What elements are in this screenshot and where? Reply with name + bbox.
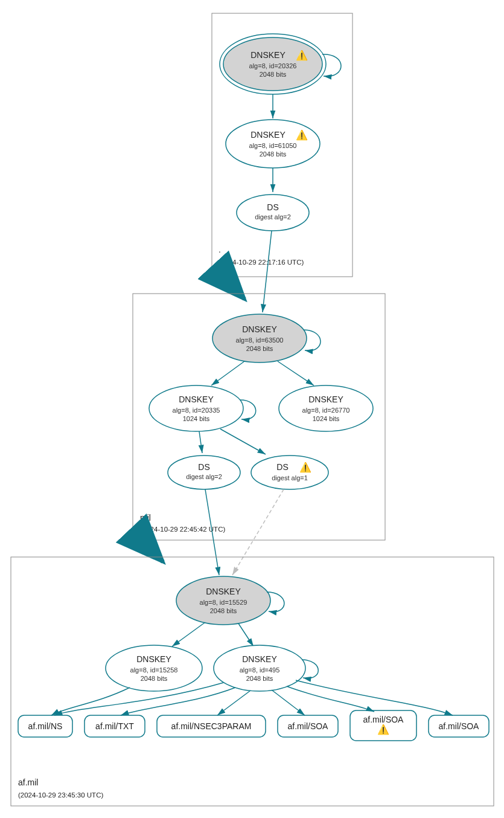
rrset-soa-1: af.mil/SOA	[278, 715, 338, 737]
svg-text:DNSKEY: DNSKEY	[308, 395, 343, 404]
svg-text:alg=8, id=20335: alg=8, id=20335	[173, 407, 220, 414]
svg-text:1024 bits: 1024 bits	[313, 415, 340, 422]
svg-text:alg=8, id=63500: alg=8, id=63500	[236, 337, 284, 344]
node-root-zsk: DNSKEY ⚠️ alg=8, id=61050 2048 bits	[226, 120, 320, 168]
svg-text:alg=8, id=20326: alg=8, id=20326	[249, 62, 297, 69]
svg-text:DNSKEY: DNSKEY	[250, 50, 285, 60]
warning-icon: ⚠️	[296, 50, 308, 61]
svg-text:af.mil/NS: af.mil/NS	[28, 721, 63, 731]
rrset-soa-3: af.mil/SOA	[429, 715, 489, 737]
svg-text:DNSKEY: DNSKEY	[250, 130, 285, 140]
rrset-soa-2-warn: af.mil/SOA ⚠️	[350, 710, 416, 741]
svg-text:2048 bits: 2048 bits	[141, 675, 168, 682]
svg-text:DS: DS	[198, 462, 209, 472]
svg-text:alg=8, id=26770: alg=8, id=26770	[302, 407, 350, 414]
zone-afmil-ts: (2024-10-29 23:45:30 UTC)	[18, 791, 103, 799]
svg-text:DS: DS	[267, 202, 278, 212]
node-af-zsk1: DNSKEY alg=8, id=15258 2048 bits	[106, 645, 202, 691]
svg-text:af.mil/NSEC3PARAM: af.mil/NSEC3PARAM	[171, 721, 252, 731]
zone-afmil-name: af.mil	[18, 778, 38, 787]
zone-afmil: af.mil (2024-10-29 23:45:30 UTC) DNSKEY …	[11, 557, 494, 806]
zone-root-name: .	[219, 245, 221, 254]
svg-point-29	[251, 456, 328, 489]
svg-text:DS: DS	[276, 462, 288, 472]
svg-text:alg=8, id=495: alg=8, id=495	[240, 666, 280, 674]
svg-text:2048 bits: 2048 bits	[260, 150, 287, 158]
node-root-ksk: DNSKEY ⚠️ alg=8, id=20326 2048 bits	[220, 34, 326, 94]
svg-text:af.mil/SOA: af.mil/SOA	[288, 721, 329, 731]
svg-text:digest alg=1: digest alg=1	[272, 474, 308, 481]
svg-text:af.mil/SOA: af.mil/SOA	[439, 721, 480, 731]
node-af-zsk2: DNSKEY alg=8, id=495 2048 bits	[214, 645, 305, 691]
zone-root-ts: (2024-10-29 22:17:16 UTC)	[219, 259, 304, 266]
zone-delegation-arrow	[144, 541, 163, 562]
svg-text:2048 bits: 2048 bits	[210, 607, 237, 614]
node-mil-ds1: DS digest alg=2	[168, 456, 240, 489]
svg-text:DNSKEY: DNSKEY	[242, 654, 277, 664]
svg-text:DNSKEY: DNSKEY	[136, 654, 171, 664]
svg-text:digest alg=2: digest alg=2	[255, 213, 291, 221]
zone-mil: mil (2024-10-29 22:45:42 UTC) DNSKEY alg…	[133, 294, 385, 540]
svg-text:DNSKEY: DNSKEY	[206, 587, 241, 596]
zone-root: . (2024-10-29 22:17:16 UTC) DNSKEY ⚠️ al…	[212, 13, 352, 277]
warning-icon: ⚠️	[377, 724, 389, 735]
svg-text:1024 bits: 1024 bits	[183, 415, 210, 422]
svg-text:alg=8, id=15258: alg=8, id=15258	[130, 666, 178, 674]
svg-text:alg=8, id=15529: alg=8, id=15529	[200, 599, 247, 606]
rrset-ns: af.mil/NS	[18, 715, 72, 737]
node-mil-ksk: DNSKEY alg=8, id=63500 2048 bits	[212, 314, 307, 362]
svg-text:DNSKEY: DNSKEY	[179, 395, 214, 404]
svg-text:digest alg=2: digest alg=2	[186, 473, 222, 480]
dnssec-graph: . (2024-10-29 22:17:16 UTC) DNSKEY ⚠️ al…	[0, 0, 504, 818]
node-af-ksk: DNSKEY alg=8, id=15529 2048 bits	[176, 576, 270, 625]
node-mil-zsk2: DNSKEY alg=8, id=26770 1024 bits	[279, 385, 373, 431]
svg-text:af.mil/SOA: af.mil/SOA	[363, 715, 404, 724]
node-mil-zsk1: DNSKEY alg=8, id=20335 1024 bits	[149, 385, 243, 431]
svg-text:af.mil/TXT: af.mil/TXT	[95, 721, 134, 731]
zone-delegation-arrow	[225, 278, 244, 299]
zone-mil-name: mil	[140, 513, 151, 523]
svg-text:2048 bits: 2048 bits	[246, 675, 273, 682]
warning-icon: ⚠️	[296, 129, 308, 141]
rrset-txt: af.mil/TXT	[85, 715, 145, 737]
rrset-nsec3param: af.mil/NSEC3PARAM	[157, 715, 266, 737]
svg-text:2048 bits: 2048 bits	[260, 71, 287, 78]
node-mil-ds2: DS ⚠️ digest alg=1	[251, 456, 328, 489]
svg-text:2048 bits: 2048 bits	[246, 345, 273, 352]
svg-text:DNSKEY: DNSKEY	[242, 324, 277, 334]
warning-icon: ⚠️	[299, 462, 311, 473]
zone-mil-ts: (2024-10-29 22:45:42 UTC)	[140, 526, 225, 533]
svg-text:alg=8, id=61050: alg=8, id=61050	[249, 142, 297, 149]
node-root-ds: DS digest alg=2	[237, 195, 309, 231]
